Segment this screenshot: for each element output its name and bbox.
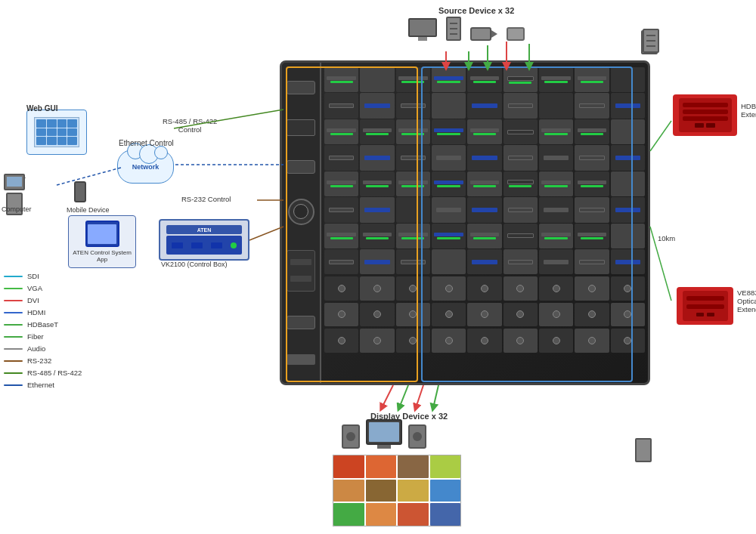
web-gui-screen	[34, 117, 79, 147]
vk2100-box: ATEN	[159, 219, 249, 261]
web-gui-box	[26, 110, 87, 155]
right-tower-icon	[643, 29, 659, 53]
computer-label: Computer	[2, 205, 32, 213]
hdbaset-extender-box	[673, 94, 737, 136]
network-label: Network	[132, 163, 160, 171]
network-cloud: Network	[117, 150, 174, 191]
rs232-label: RS-232 Control	[181, 195, 231, 203]
phone-icon	[74, 181, 86, 202]
mobile-label: Mobile Device	[67, 206, 110, 214]
vga-line-icon	[4, 288, 23, 289]
svg-line-13	[433, 385, 438, 408]
legend: SDI VGA DVI HDMI HDBaseT Fiber Audio RS	[4, 272, 82, 389]
video-wall	[333, 455, 461, 526]
web-gui-label: Web GUI	[26, 104, 57, 113]
legend-item-hdmi: HDMI	[4, 308, 82, 316]
cloud-shape: Network	[117, 150, 174, 184]
legend-item-rs232: RS-232	[4, 357, 82, 365]
dvi-line-icon	[4, 300, 23, 301]
ve883-extender-box	[677, 287, 733, 325]
ethernet-line-icon	[4, 384, 23, 386]
right-tower-bottom-icon	[635, 438, 652, 462]
display-devices	[342, 419, 426, 449]
rs485-line-icon	[4, 372, 23, 374]
svg-line-4	[249, 227, 284, 240]
legend-item-dvi: DVI	[4, 296, 82, 304]
tablet-icon	[85, 221, 119, 247]
vk2100-label: VK2100 (Control Box)	[161, 261, 228, 268]
aten-app-label: ATEN Control System App	[72, 249, 132, 263]
sdi-line-icon	[4, 276, 23, 277]
legend-item-ethernet: Ethernet	[4, 381, 82, 389]
hdbaset-label: HDBaseTExtender	[741, 102, 756, 119]
diagram-container: Source Device x 32	[0, 0, 756, 534]
legend-item-sdi: SDI	[4, 272, 82, 280]
monitor-icon	[4, 174, 25, 190]
legend-item-vga: VGA	[4, 284, 82, 292]
audio-line-icon	[4, 348, 23, 350]
legend-item-audio: Audio	[4, 344, 82, 353]
ve883-label: VE883OpticalExtender	[737, 289, 756, 313]
rs232-line-icon	[4, 360, 23, 362]
legend-item-hdbaset: HDBaseT	[4, 320, 82, 329]
hdbaset-line-icon	[4, 324, 23, 326]
aten-control-app-box: ATEN Control System App	[68, 215, 136, 268]
legend-item-rs485: RS-485 / RS-422	[4, 369, 82, 377]
source-device-label: Source Device x 32	[438, 6, 514, 15]
mobile-device-icon	[74, 181, 86, 202]
svg-line-12	[416, 385, 423, 408]
distance-label: 10km	[658, 234, 675, 242]
hdmi-line-icon	[4, 312, 23, 313]
svg-line-11	[399, 385, 408, 408]
matrix-switcher	[280, 60, 650, 385]
svg-line-10	[382, 385, 393, 408]
hdbaset-inner	[679, 98, 732, 132]
source-devices	[408, 17, 525, 41]
rs485-label: RS-485 / RS-422Control	[163, 117, 217, 134]
svg-line-14	[650, 121, 671, 151]
legend-item-fiber: Fiber	[4, 332, 82, 341]
svg-line-0	[57, 168, 121, 185]
fiber-line-icon	[4, 336, 23, 338]
ethernet-control-label: Ethernet Control	[119, 139, 174, 147]
